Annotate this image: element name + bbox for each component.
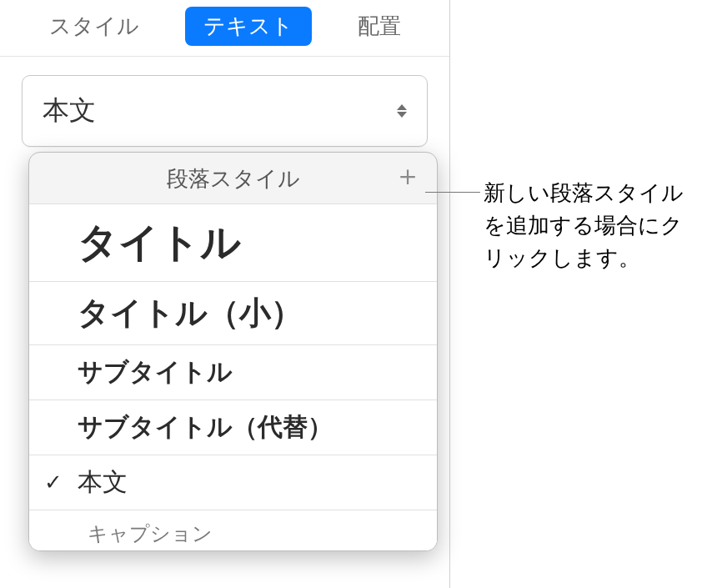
- paragraph-style-value: 本文: [43, 93, 96, 129]
- style-item-label: 本文: [78, 465, 128, 500]
- tab-text[interactable]: テキスト: [185, 7, 312, 46]
- style-item-title-small[interactable]: タイトル（小）: [29, 281, 437, 344]
- popover-title: 段落スタイル: [167, 166, 300, 191]
- plus-icon: ＋: [394, 159, 422, 191]
- updown-chevron-icon: [397, 104, 407, 118]
- checkmark-icon: ✓: [44, 470, 63, 495]
- style-item-caption[interactable]: キャプション: [29, 510, 437, 550]
- style-list: タイトル タイトル（小） サブタイトル サブタイトル（代替） ✓ 本文 キャプシ…: [29, 204, 437, 550]
- style-item-body[interactable]: ✓ 本文: [29, 455, 437, 510]
- add-style-button[interactable]: ＋: [394, 161, 422, 189]
- style-item-label: タイトル（小）: [78, 292, 303, 334]
- format-tabs: スタイル テキスト 配置: [0, 0, 449, 57]
- style-item-subtitle[interactable]: サブタイトル: [29, 344, 437, 400]
- style-item-label: サブタイトル: [78, 355, 233, 389]
- popover-header: 段落スタイル ＋: [29, 153, 437, 204]
- callout-text: 新しい段落スタイルを追加する場合にクリックします。: [484, 177, 704, 274]
- style-item-title[interactable]: タイトル: [29, 204, 437, 281]
- paragraph-style-dropdown[interactable]: 本文: [22, 75, 428, 147]
- format-panel: スタイル テキスト 配置 本文 段落スタイル ＋ タイトル タイトル（小） サブ…: [0, 0, 450, 588]
- tab-style[interactable]: スタイル: [31, 7, 158, 46]
- style-item-subtitle-alt[interactable]: サブタイトル（代替）: [29, 400, 437, 455]
- style-item-label: タイトル: [78, 216, 241, 269]
- callout-leader-line: [425, 192, 480, 193]
- style-item-label: サブタイトル（代替）: [78, 410, 333, 445]
- style-item-label: キャプション: [88, 520, 213, 547]
- paragraph-style-popover: 段落スタイル ＋ タイトル タイトル（小） サブタイトル サブタイトル（代替） …: [28, 152, 438, 551]
- tab-arrange[interactable]: 配置: [339, 7, 419, 46]
